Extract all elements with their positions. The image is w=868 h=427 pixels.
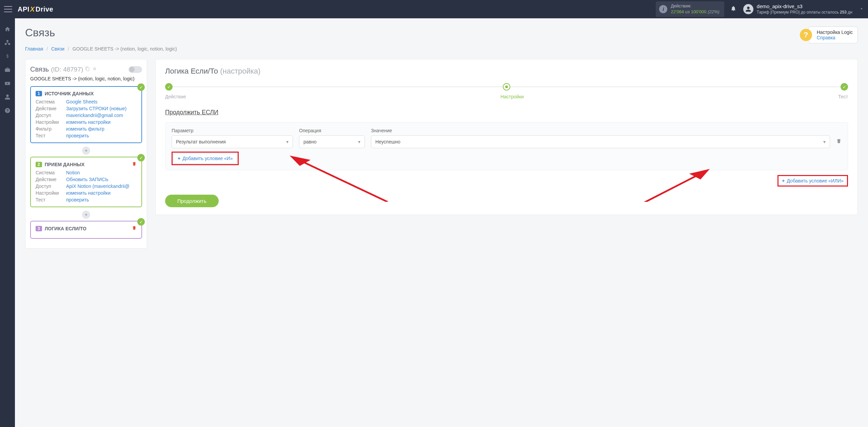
conn-id: (ID: 48797) xyxy=(51,66,83,73)
source-settings[interactable]: изменить настройки xyxy=(66,119,137,125)
actions-label: Действия: xyxy=(671,3,719,9)
source-filter[interactable]: изменить фильтр xyxy=(66,126,137,132)
source-action[interactable]: Загрузить СТРОКИ (новые) xyxy=(66,106,137,111)
check-icon: ✓ xyxy=(137,218,145,226)
step-label-test[interactable]: Тест xyxy=(838,94,848,99)
annotation-highlight: +Добавить условие «И» xyxy=(172,152,239,165)
trash-icon[interactable] xyxy=(836,138,842,145)
section-title: Продолжить ЕСЛИ xyxy=(165,109,848,116)
stepper: ✓ ✓ xyxy=(165,83,848,91)
step-label-action[interactable]: Действие xyxy=(165,94,186,99)
dest-access[interactable]: ApiX Notion (maverickandrii@ xyxy=(66,183,137,189)
breadcrumb-current: GOOGLE SHEETS -> (notion, logic, notion,… xyxy=(73,46,177,52)
sidebar-dollar-icon[interactable] xyxy=(0,50,15,63)
main-panel: Логика Если/То (настройка) ✓ ✓ Действие … xyxy=(155,59,858,215)
dest-test[interactable]: проверить xyxy=(66,197,137,202)
check-icon: ✓ xyxy=(137,83,145,91)
step-done-icon[interactable]: ✓ xyxy=(841,83,848,91)
info-icon: i xyxy=(659,5,667,13)
source-test[interactable]: проверить xyxy=(66,133,137,138)
sidebar-video-icon[interactable] xyxy=(0,77,15,90)
breadcrumb-home[interactable]: Главная xyxy=(25,46,43,52)
dest-system[interactable]: Notion xyxy=(66,170,137,175)
sidebar-briefcase-icon[interactable] xyxy=(0,63,15,77)
user-name: demo_apix-drive_s3 xyxy=(757,3,852,10)
check-icon: ✓ xyxy=(137,154,145,161)
page-title: Связь xyxy=(25,26,55,39)
chevron-down-icon: ▾ xyxy=(286,139,289,144)
actions-counter[interactable]: i Действия: 22'064 из 100'000 (22%) xyxy=(656,1,724,17)
step-label-settings[interactable]: Настройки xyxy=(500,94,524,99)
filter-label-op: Операция xyxy=(299,128,365,133)
chevron-down-icon[interactable] xyxy=(859,6,864,12)
continue-button[interactable]: Продолжить xyxy=(165,195,219,207)
logo[interactable]: APIXDrive xyxy=(18,5,53,13)
sidebar-connections-icon[interactable] xyxy=(0,36,15,50)
filter-op-select[interactable]: равно ▾ xyxy=(299,135,365,148)
sidebar-home-icon[interactable] xyxy=(0,22,15,36)
left-sidebar xyxy=(0,18,15,257)
conn-path: GOOGLE SHEETS -> (notion, logic, notion,… xyxy=(30,76,142,81)
source-system[interactable]: Google Sheets xyxy=(66,99,137,104)
filter-panel: Параметр Операция Значение Результат вып… xyxy=(165,122,848,170)
conn-title: Связь xyxy=(30,65,49,73)
source-block: ✓ 1 ИСТОЧНИК ДАННЫХ СистемаGoogle Sheets… xyxy=(30,86,142,143)
top-header: APIXDrive i Действия: 22'064 из 100'000 … xyxy=(0,0,868,18)
add-block-button[interactable]: + xyxy=(82,147,90,155)
add-and-condition-button[interactable]: +Добавить условие «И» xyxy=(173,153,237,163)
help-question-icon[interactable]: ? xyxy=(800,29,812,41)
tariff-text: Тариф |Премиум PRO| до оплаты осталось 2… xyxy=(757,10,852,15)
sidebar-help-icon[interactable] xyxy=(0,104,15,117)
filter-param-select[interactable]: Результат выполнения ▾ xyxy=(172,135,293,148)
trash-icon[interactable] xyxy=(132,161,137,167)
sidebar-user-icon[interactable] xyxy=(0,90,15,104)
filter-value-select[interactable]: Неуспешно ▾ xyxy=(371,135,830,148)
add-or-condition-button[interactable]: +Добавить условие «ИЛИ» xyxy=(779,177,846,185)
trash-icon[interactable] xyxy=(132,226,137,231)
step-done-icon[interactable]: ✓ xyxy=(165,83,173,91)
copy-icon[interactable] xyxy=(85,66,90,72)
help-panel: ? Настройка Logic Справка xyxy=(808,26,858,43)
dest-settings[interactable]: изменить настройки xyxy=(66,190,137,196)
user-menu[interactable]: demo_apix-drive_s3 Тариф |Премиум PRO| д… xyxy=(743,3,864,15)
filter-label-value: Значение xyxy=(371,128,842,133)
step-current-icon[interactable] xyxy=(503,83,510,91)
bell-icon[interactable] xyxy=(730,5,736,13)
panel-title: Логика Если/То (настройка) xyxy=(165,67,848,76)
chevron-down-icon: ▾ xyxy=(358,139,360,144)
dest-action[interactable]: Обновить ЗАПИСЬ xyxy=(66,177,137,182)
help-link[interactable]: Справка xyxy=(817,35,835,40)
connection-sidebar: Связь (ID: 48797) GOOGLE SHEETS -> (noti… xyxy=(25,59,147,249)
chevron-down-icon: ▾ xyxy=(823,139,826,144)
annotation-highlight: +Добавить условие «ИЛИ» xyxy=(777,175,848,187)
connection-toggle[interactable] xyxy=(129,66,142,73)
breadcrumb-connections[interactable]: Связи xyxy=(51,46,64,52)
menu-icon[interactable] xyxy=(4,6,12,12)
breadcrumb: Главная / Связи / GOOGLE SHEETS -> (noti… xyxy=(25,46,858,52)
avatar-icon xyxy=(743,4,753,14)
source-access[interactable]: maverickandrii@gmail.com xyxy=(66,113,137,118)
filter-label-param: Параметр xyxy=(172,128,293,133)
logic-block: ✓ 3 ЛОГИКА ЕСЛИ/ТО xyxy=(30,221,142,239)
help-title: Настройка Logic xyxy=(817,30,853,35)
destination-block: ✓ 2 ПРИЕМ ДАННЫХ СистемаNotion ДействиеО… xyxy=(30,157,142,207)
gear-icon[interactable] xyxy=(92,66,97,73)
add-block-button[interactable]: + xyxy=(82,211,90,219)
